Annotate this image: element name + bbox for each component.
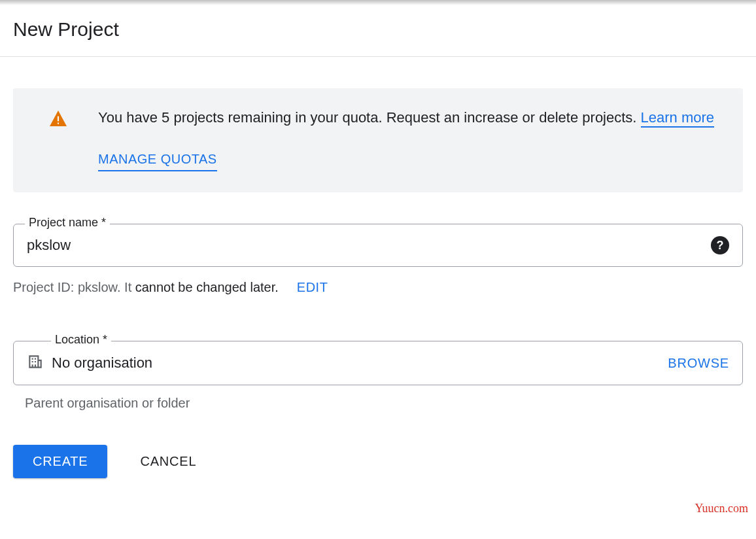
manage-quotas-link[interactable]: MANAGE QUOTAS — [98, 149, 217, 171]
project-id-row: Project ID: pkslow. It cannot be changed… — [13, 280, 743, 295]
project-name-box: ? — [13, 224, 743, 267]
warning-icon — [50, 111, 67, 129]
page-header: New Project — [0, 0, 756, 57]
page-title: New Project — [13, 18, 743, 41]
project-name-input[interactable] — [27, 237, 703, 254]
project-id-note-prefix: It — [121, 280, 135, 294]
learn-more-link[interactable]: Learn more — [641, 109, 715, 128]
notice-body: You have 5 projects remaining in your qu… — [98, 107, 723, 171]
location-field: Location * No organisation BROWSE — [13, 341, 743, 385]
organisation-icon — [27, 353, 44, 373]
project-id-text: Project ID: pkslow. It cannot be changed… — [13, 280, 279, 295]
browse-link[interactable]: BROWSE — [668, 356, 729, 371]
top-shadow — [0, 0, 756, 5]
project-id-prefix: Project ID: — [13, 280, 78, 294]
notice-text: You have 5 projects remaining in your qu… — [98, 109, 641, 126]
location-label: Location * — [51, 333, 111, 347]
help-icon[interactable]: ? — [711, 236, 729, 254]
project-name-field: Project name * ? — [13, 224, 743, 267]
action-buttons: CREATE CANCEL — [13, 445, 743, 478]
main-content: You have 5 projects remaining in your qu… — [0, 88, 756, 478]
svg-rect-1 — [58, 123, 59, 124]
project-id-note-strong: cannot be changed later. — [135, 280, 279, 294]
location-helper-text: Parent organisation or folder — [13, 396, 743, 411]
location-box: No organisation BROWSE — [13, 341, 743, 385]
quota-notice: You have 5 projects remaining in your qu… — [13, 88, 743, 192]
cancel-button[interactable]: CANCEL — [140, 454, 196, 469]
svg-rect-0 — [58, 116, 59, 122]
project-name-label: Project name * — [25, 216, 110, 230]
project-id-value: pkslow. — [78, 280, 121, 294]
edit-project-id-link[interactable]: EDIT — [297, 280, 328, 295]
location-value: No organisation — [52, 355, 660, 372]
watermark: Yuucn.com — [695, 502, 748, 515]
create-button[interactable]: CREATE — [13, 445, 107, 478]
